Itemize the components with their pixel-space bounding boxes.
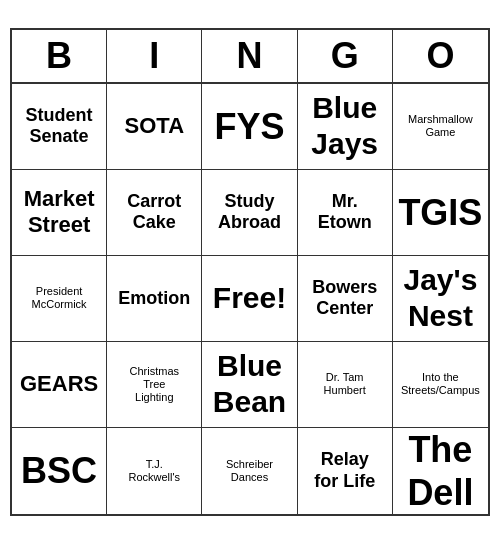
cell-label: Marshmallow Game xyxy=(408,113,473,139)
header-letter: N xyxy=(202,30,297,82)
bingo-cell: Emotion xyxy=(107,256,202,342)
bingo-cell: Blue Bean xyxy=(202,342,297,428)
cell-label: Student Senate xyxy=(26,105,93,148)
bingo-cell: Bowers Center xyxy=(298,256,393,342)
cell-label: Dr. Tam Humbert xyxy=(324,371,366,397)
header-letter: I xyxy=(107,30,202,82)
bingo-cell: SOTA xyxy=(107,84,202,170)
bingo-cell: Relay for Life xyxy=(298,428,393,514)
bingo-cell: President McCormick xyxy=(12,256,107,342)
header-letter: G xyxy=(298,30,393,82)
cell-label: Christmas Tree Lighting xyxy=(130,365,180,405)
cell-label: Relay for Life xyxy=(314,449,375,492)
bingo-cell: Schreiber Dances xyxy=(202,428,297,514)
bingo-header: BINGO xyxy=(12,30,488,84)
cell-label: Carrot Cake xyxy=(127,191,181,234)
cell-label: Free! xyxy=(213,280,286,316)
cell-label: BSC xyxy=(21,449,97,492)
bingo-cell: Study Abroad xyxy=(202,170,297,256)
bingo-cell: Jay's Nest xyxy=(393,256,488,342)
bingo-cell: Carrot Cake xyxy=(107,170,202,256)
cell-label: FYS xyxy=(214,105,284,148)
cell-label: Emotion xyxy=(118,288,190,310)
bingo-cell: The Dell xyxy=(393,428,488,514)
bingo-cell: Free! xyxy=(202,256,297,342)
cell-label: Bowers Center xyxy=(312,277,377,320)
header-letter: O xyxy=(393,30,488,82)
bingo-cell: Marshmallow Game xyxy=(393,84,488,170)
cell-label: The Dell xyxy=(407,428,473,514)
cell-label: Study Abroad xyxy=(218,191,281,234)
bingo-cell: BSC xyxy=(12,428,107,514)
cell-label: Schreiber Dances xyxy=(226,458,273,484)
cell-label: T.J. Rockwell's xyxy=(128,458,180,484)
bingo-cell: Student Senate xyxy=(12,84,107,170)
bingo-cell: Market Street xyxy=(12,170,107,256)
cell-label: GEARS xyxy=(20,371,98,397)
bingo-cell: FYS xyxy=(202,84,297,170)
bingo-cell: GEARS xyxy=(12,342,107,428)
bingo-cell: Blue Jays xyxy=(298,84,393,170)
bingo-card: BINGO Student SenateSOTAFYSBlue JaysMars… xyxy=(10,28,490,516)
bingo-cell: TGIS xyxy=(393,170,488,256)
header-letter: B xyxy=(12,30,107,82)
cell-label: Into the Streets/Campus xyxy=(401,371,480,397)
cell-label: Jay's Nest xyxy=(403,262,477,334)
cell-label: SOTA xyxy=(125,113,184,139)
cell-label: TGIS xyxy=(398,191,482,234)
cell-label: Blue Bean xyxy=(213,348,286,420)
bingo-grid: Student SenateSOTAFYSBlue JaysMarshmallo… xyxy=(12,84,488,514)
bingo-cell: Into the Streets/Campus xyxy=(393,342,488,428)
bingo-cell: Christmas Tree Lighting xyxy=(107,342,202,428)
bingo-cell: Dr. Tam Humbert xyxy=(298,342,393,428)
cell-label: Mr. Etown xyxy=(318,191,372,234)
cell-label: President McCormick xyxy=(32,285,87,311)
bingo-cell: Mr. Etown xyxy=(298,170,393,256)
cell-label: Blue Jays xyxy=(311,90,378,162)
bingo-cell: T.J. Rockwell's xyxy=(107,428,202,514)
cell-label: Market Street xyxy=(24,186,95,239)
